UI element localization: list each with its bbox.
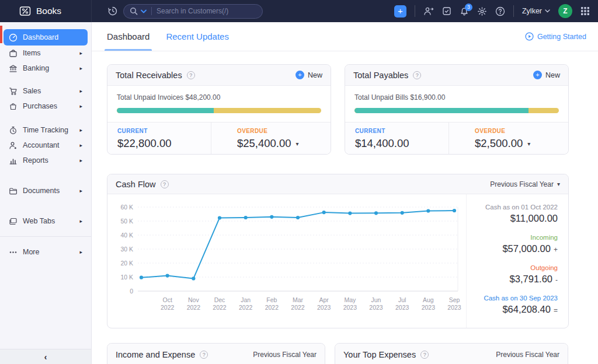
top-expenses-card: Your Top Expenses ? Previous Fiscal Year [335, 343, 568, 364]
sidebar-item-more[interactable]: More ▸ [4, 244, 88, 260]
help-circle-icon[interactable]: ? [187, 71, 195, 79]
subscription-icon[interactable] [442, 6, 451, 16]
fiscal-year-dropdown[interactable]: Previous Fiscal Year [496, 351, 559, 359]
current-segment [117, 108, 214, 113]
items-icon [9, 49, 18, 58]
x-axis-year-label: 2022 [213, 304, 227, 311]
sidebar-item-label: Reports [23, 156, 48, 164]
incoming-label: Incoming [467, 234, 558, 241]
settings-gear-icon[interactable] [477, 6, 487, 16]
x-axis-month-label: May [344, 296, 356, 303]
expand-arrow-icon: ▸ [79, 142, 82, 148]
unpaid-summary: Total Unpaid Invoices $48,200.00 [117, 93, 321, 102]
notifications-bell-icon[interactable]: 3 [460, 6, 469, 16]
top-navbar: Books + 3 [0, 0, 598, 22]
data-point [453, 209, 456, 212]
y-axis-tick-label: 30 K [120, 246, 133, 253]
brand[interactable]: Books [0, 0, 92, 22]
dropdown-caret-icon[interactable]: ▾ [527, 141, 530, 147]
y-axis-tick-label: 60 K [120, 204, 133, 211]
x-axis-year-label: 2023 [317, 304, 331, 311]
help-icon[interactable] [495, 6, 505, 16]
period-label: Previous Fiscal Year [490, 180, 554, 188]
income-expense-card: Income and Expense ? Previous Fiscal Yea… [107, 343, 325, 364]
y-axis-tick-label: 20 K [120, 260, 133, 267]
equals-operator: = [554, 306, 558, 314]
recent-history-icon[interactable] [108, 6, 117, 16]
cash-flow-line [141, 211, 454, 278]
sidebar-item-label: Sales [23, 87, 41, 95]
card-title: Your Top Expenses [343, 350, 416, 359]
sidebar-item-web-tabs[interactable]: Web Tabs ▸ [4, 214, 88, 229]
plus-icon: + [533, 71, 542, 79]
navbar-divider [513, 5, 514, 17]
notification-badge: 3 [465, 4, 472, 11]
dropdown-caret-icon[interactable]: ▾ [296, 141, 299, 147]
sidebar-item-reports[interactable]: Reports ▸ [4, 153, 88, 168]
search-input[interactable] [157, 7, 256, 15]
incoming-value: $57,000.00+ [467, 243, 558, 254]
cash-flow-card: Cash Flow ? Previous Fiscal Year ▾ 010 K… [107, 174, 569, 328]
card-title: Total Receivables [116, 71, 182, 80]
x-axis-year-label: 2023 [343, 304, 357, 311]
fiscal-year-dropdown[interactable]: Previous Fiscal Year [253, 351, 317, 359]
data-point [270, 215, 273, 219]
new-button-label: New [545, 71, 560, 79]
overdue-amount: $25,400.00 [237, 137, 291, 150]
help-circle-icon[interactable]: ? [413, 71, 421, 79]
getting-started-link[interactable]: Getting Started [525, 22, 586, 51]
quick-create-button[interactable]: + [394, 5, 406, 18]
sidebar-item-sales[interactable]: Sales ▸ [4, 83, 88, 99]
sidebar-item-time-tracking[interactable]: Time Tracking ▸ [4, 123, 88, 138]
refer-users-icon[interactable] [423, 6, 434, 16]
tab-recent-updates[interactable]: Recent Updates [166, 22, 229, 51]
more-icon [9, 248, 18, 257]
receivables-progress-bar [117, 108, 321, 113]
current-block: CURRENT $14,400.00 [345, 123, 448, 154]
y-axis-tick-label: 40 K [120, 232, 133, 239]
chevron-down-icon [545, 9, 550, 13]
closing-balance-label[interactable]: Cash as on 30 Sep 2023 [467, 295, 558, 302]
expand-arrow-icon: ▸ [79, 188, 82, 194]
x-axis-year-label: 2023 [369, 304, 383, 311]
help-circle-icon[interactable]: ? [161, 180, 169, 188]
expand-arrow-icon: ▸ [79, 249, 82, 255]
fiscal-year-dropdown[interactable]: Previous Fiscal Year ▾ [490, 180, 560, 188]
user-avatar[interactable]: Z [558, 4, 572, 18]
sidebar-item-items[interactable]: Items ▸ [4, 46, 88, 61]
help-circle-icon[interactable]: ? [420, 351, 429, 359]
sidebar-item-purchases[interactable]: Purchases ▸ [4, 99, 88, 114]
help-circle-icon[interactable]: ? [200, 351, 208, 359]
sidebar-item-banking[interactable]: Banking ▸ [4, 61, 88, 76]
x-axis-year-label: 2023 [395, 304, 409, 311]
data-point [218, 216, 221, 219]
x-axis-year-label: 2023 [422, 304, 436, 311]
documents-icon [9, 187, 18, 195]
tab-dashboard[interactable]: Dashboard [107, 22, 150, 51]
sidebar-item-label: Accountant [23, 141, 60, 149]
zoho-books-dashboard: Books + 3 [0, 0, 598, 364]
expand-arrow-icon: ▸ [79, 103, 82, 109]
sidebar-item-documents[interactable]: Documents ▸ [4, 183, 88, 198]
apps-grid-icon[interactable] [580, 6, 590, 16]
org-switcher[interactable]: Zylker [522, 7, 550, 15]
current-block: CURRENT $22,800.00 [107, 123, 211, 154]
new-bill-button[interactable]: + New [533, 71, 560, 79]
data-point [296, 216, 300, 219]
payables-progress-bar [354, 108, 559, 113]
navbar-divider [415, 5, 415, 17]
sidebar-collapse-button[interactable]: ‹ [0, 349, 91, 364]
search-scope-chevron-icon[interactable] [141, 9, 147, 13]
sidebar-item-accountant[interactable]: Accountant ▸ [4, 138, 88, 153]
overdue-block[interactable]: OVERDUE $2,500.00▾ [448, 123, 568, 154]
new-invoice-button[interactable]: + New [295, 71, 322, 79]
minus-operator: - [555, 276, 558, 284]
search-icon [130, 7, 138, 15]
global-search[interactable] [123, 4, 263, 19]
overdue-label: OVERDUE [237, 128, 331, 134]
sidebar: Dashboard Items ▸ Banking ▸ Sales ▸ Purc… [0, 22, 92, 364]
x-axis-month-label: Apr [319, 296, 329, 303]
overdue-block[interactable]: OVERDUE $25,400.00▾ [211, 123, 331, 154]
sidebar-item-dashboard[interactable]: Dashboard [4, 29, 88, 46]
plus-operator: + [554, 246, 558, 254]
